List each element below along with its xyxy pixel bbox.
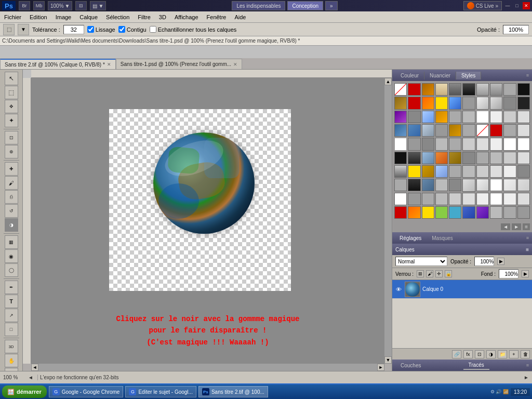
- swatch-26[interactable]: [476, 111, 489, 123]
- swatch-4[interactable]: [449, 83, 461, 96]
- swatch-99[interactable]: [517, 206, 530, 219]
- swatch-59[interactable]: [517, 152, 530, 164]
- doc-tab-1[interactable]: Sans titre-1.psd @ 100% (Prenez l'outil …: [116, 59, 242, 69]
- swatch-68[interactable]: [503, 165, 516, 178]
- swatch-44[interactable]: [449, 138, 461, 150]
- path-select-tool[interactable]: ↗: [5, 309, 18, 322]
- swatch-37[interactable]: [490, 124, 502, 137]
- swatch-53[interactable]: [435, 152, 448, 164]
- scroll-track-vertical[interactable]: [384, 85, 392, 356]
- tool-preset-icon[interactable]: ▼: [18, 24, 29, 35]
- tab-close-1[interactable]: ✕: [233, 62, 237, 67]
- canvas[interactable]: Cliquez sur le noir avec la gommme magiq…: [31, 78, 384, 364]
- swatch-12[interactable]: [422, 97, 434, 109]
- status-arrow-left[interactable]: ◄: [28, 375, 33, 380]
- scroll-left-button[interactable]: ◄: [31, 364, 38, 371]
- swatch-50[interactable]: [394, 152, 407, 164]
- swatch-52[interactable]: [422, 152, 434, 164]
- swatch-78[interactable]: [503, 179, 516, 191]
- swatch-83[interactable]: [435, 193, 448, 205]
- minibrige-icon[interactable]: Mb: [33, 1, 45, 10]
- swatch-22[interactable]: [422, 111, 434, 123]
- swatch-77[interactable]: [490, 179, 502, 191]
- masques-tab[interactable]: Masques: [428, 234, 457, 242]
- zoom-dropdown[interactable]: 100% ▼: [48, 1, 72, 10]
- swatch-90[interactable]: [394, 206, 407, 219]
- couleur-tab[interactable]: Couleur: [395, 72, 424, 79]
- lock-move-icon[interactable]: ✛: [435, 270, 443, 277]
- swatch-96[interactable]: [476, 206, 489, 219]
- eraser-tool[interactable]: ◑: [5, 218, 18, 232]
- swatch-73[interactable]: [435, 179, 448, 191]
- swatch-5[interactable]: [462, 83, 475, 96]
- swatch-76[interactable]: [476, 179, 489, 191]
- crop-tool[interactable]: ⊡: [5, 131, 18, 144]
- cs-live-button[interactable]: CS Live »: [463, 1, 502, 10]
- swatch-16[interactable]: [476, 97, 489, 109]
- swatch-29[interactable]: [517, 111, 530, 123]
- swatch-66[interactable]: [476, 165, 489, 178]
- swatch-85[interactable]: [462, 193, 475, 205]
- menu-image[interactable]: Image: [51, 11, 76, 23]
- swatch-35[interactable]: [462, 124, 475, 137]
- swatch-80[interactable]: [394, 193, 407, 205]
- delete-layer-btn[interactable]: 🗑: [521, 350, 530, 358]
- menu-affichage[interactable]: Affichage: [170, 11, 203, 23]
- swatch-86[interactable]: [476, 193, 489, 205]
- add-mask-btn[interactable]: ⊡: [475, 350, 484, 358]
- swatch-43[interactable]: [435, 138, 448, 150]
- swatch-31[interactable]: [408, 124, 420, 137]
- maximize-button[interactable]: □: [513, 2, 521, 9]
- swatch-25[interactable]: [462, 111, 475, 123]
- swatch-69[interactable]: [517, 165, 530, 178]
- swatch-15[interactable]: [462, 97, 475, 109]
- menu-filtre[interactable]: Filtre: [134, 11, 154, 23]
- swatch-89[interactable]: [517, 193, 530, 205]
- stamp-tool[interactable]: ⎙: [5, 190, 18, 204]
- styles-scroll-right[interactable]: ►: [512, 223, 521, 230]
- reglages-tab[interactable]: Réglages: [395, 234, 425, 242]
- opacity-input[interactable]: [503, 25, 529, 34]
- swatch-40[interactable]: [394, 138, 407, 150]
- swatch-74[interactable]: [449, 179, 461, 191]
- menu-fenetre[interactable]: Fenêtre: [203, 11, 231, 23]
- traces-tab[interactable]: Tracés: [463, 361, 489, 370]
- swatch-58[interactable]: [503, 152, 516, 164]
- swatch-51[interactable]: [408, 152, 420, 164]
- contigu-checkbox[interactable]: [118, 26, 125, 33]
- pen-tool[interactable]: ✒: [5, 281, 18, 294]
- swatch-65[interactable]: [462, 165, 475, 178]
- swatch-2[interactable]: [422, 83, 434, 96]
- swatch-54[interactable]: [449, 152, 461, 164]
- swatch-70[interactable]: [394, 179, 407, 191]
- swatch-18[interactable]: [503, 97, 516, 109]
- swatch-61[interactable]: [408, 165, 420, 178]
- close-button[interactable]: ✕: [523, 2, 530, 9]
- swatch-75[interactable]: [462, 179, 475, 191]
- scroll-track-horizontal[interactable]: [38, 364, 377, 371]
- menu-3d[interactable]: 3D: [155, 11, 170, 23]
- fx-btn[interactable]: fx: [463, 350, 473, 358]
- lasso-tool[interactable]: ✥: [5, 100, 18, 113]
- swatch-7[interactable]: [490, 83, 502, 96]
- dodge-tool[interactable]: ◯: [5, 263, 18, 277]
- layer-visibility-0[interactable]: 👁: [394, 285, 403, 294]
- scroll-right-button[interactable]: ►: [377, 364, 384, 371]
- swatch-45[interactable]: [462, 138, 475, 150]
- zoom-tool[interactable]: 🔍: [5, 368, 18, 371]
- lock-paint-icon[interactable]: 🖌: [426, 270, 433, 277]
- swatch-42[interactable]: [422, 138, 434, 150]
- status-arrow-right[interactable]: ►: [524, 375, 529, 380]
- swatch-92[interactable]: [422, 206, 434, 219]
- nuancier-tab[interactable]: Nuancier: [424, 72, 456, 79]
- styles-expand-btn[interactable]: ≡: [523, 223, 530, 230]
- swatch-93[interactable]: [435, 206, 448, 219]
- marquee-tool[interactable]: ⬚: [5, 86, 18, 99]
- opacity-value-input[interactable]: [474, 257, 494, 266]
- brush-tool[interactable]: 🖌: [5, 176, 18, 190]
- fond-value-input[interactable]: [499, 269, 518, 278]
- workspace-more[interactable]: »: [325, 1, 338, 10]
- swatch-17[interactable]: [490, 97, 502, 109]
- swatch-55[interactable]: [462, 152, 475, 164]
- couches-tab[interactable]: Couches: [395, 362, 426, 369]
